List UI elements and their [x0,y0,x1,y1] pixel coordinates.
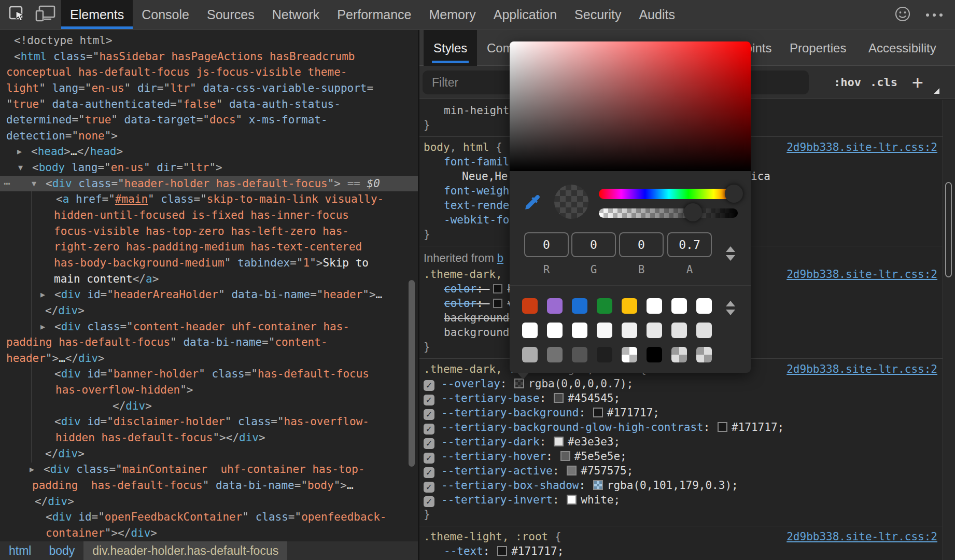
dom-tree-node[interactable]: </div> [0,446,418,462]
palette-swatch[interactable] [622,298,637,314]
tab-application[interactable]: Application [485,0,566,29]
palette-swatch[interactable] [547,323,563,338]
dom-tree-node[interactable]: light" lang="en-us" dir="ltr" data-css-v… [0,80,418,96]
expand-arrow-icon[interactable]: ▸ [40,287,45,303]
palette-swatch[interactable] [597,298,612,314]
dom-tree-node[interactable]: ▸<head>…</head> [0,144,418,160]
sidebar-tab-accessibility[interactable]: Accessibility [868,30,936,66]
dom-tree-node[interactable]: <a href="#main" class="skip-to-main-link… [0,191,418,207]
palette-swatch[interactable] [696,298,712,314]
stylesheet-link[interactable]: 2d9bb338.site-ltr.css:2 [787,529,937,544]
dom-tree-node[interactable]: padding has-default-focus" data-bi-name=… [0,334,418,351]
eyedropper-icon[interactable] [522,193,542,215]
palette-swatch[interactable] [622,323,637,338]
stylesheet-link[interactable]: 2d9bb338.site-ltr.css:2 [787,362,937,376]
palette-swatch[interactable] [696,323,712,338]
palette-swatch[interactable] [622,347,637,362]
dom-tree-node[interactable]: conceptual has-default-focus js-focus-vi… [0,64,418,80]
css-declaration[interactable]: ✓--tertiary-invert: white; [419,493,943,507]
stylesheet-link[interactable]: 2d9bb338.site-ltr.css:2 [787,140,937,155]
palette-swatch[interactable] [547,347,563,362]
collapse-arrow-icon[interactable]: ▾ [32,176,36,192]
palette-swatch[interactable] [522,347,538,362]
dom-tree-node[interactable]: </div> [0,303,418,319]
styles-scrollbar-thumb[interactable] [945,182,952,277]
palette-swatch[interactable] [671,298,687,314]
dom-tree-node[interactable]: has-body-background-medium" tabindex="1"… [0,255,418,271]
css-declaration[interactable]: ✓--overlay: rgba(0,0,0,0.7); [419,376,943,391]
sidebar-tab-properties[interactable]: Properties [790,30,846,66]
palette-swatch[interactable] [671,347,687,362]
dom-tree-node[interactable]: determined="true" data-target="docs" x-m… [0,112,418,128]
color-swatch[interactable] [560,451,570,461]
new-style-rule-button[interactable]: + [912,66,923,99]
dom-tree-node[interactable]: focus-visible has-top-zero has-left-zero… [0,223,418,240]
hue-slider[interactable] [599,189,739,199]
declaration-checkbox[interactable]: ✓ [424,453,434,464]
css-declaration[interactable]: ✓--tertiary-hover: #5e5e5e; [419,449,943,464]
tab-elements[interactable]: Elements [61,0,133,29]
collapse-arrow-icon[interactable]: ▾ [18,160,23,176]
sidebar-tab-styles[interactable]: Styles [424,30,477,66]
green-input[interactable]: 0 [571,232,616,257]
palette-swatch[interactable] [647,298,662,314]
hidden-nodes-ellipsis[interactable]: ⋯ [4,176,10,192]
blue-input[interactable]: 0 [619,232,664,257]
dom-tree-node[interactable]: has-overflow-hidden"> [0,382,418,398]
dom-tree-node[interactable]: ▸<div class="content-header uhf-containe… [0,319,418,335]
palette-spinner[interactable] [726,301,735,315]
dom-tree-node[interactable]: hidden-until-focused is-fixed has-inner-… [0,207,418,223]
expand-arrow-icon[interactable]: ▸ [17,144,22,160]
color-swatch[interactable] [514,379,524,388]
declaration-checkbox[interactable]: ✓ [424,496,434,507]
expand-arrow-icon[interactable]: ▸ [30,461,34,478]
palette-swatch[interactable] [671,323,687,338]
breadcrumb-item[interactable]: div.header-holder.has-default-focus [83,541,287,560]
css-declaration[interactable]: ✓--tertiary-active: #757575; [419,464,943,478]
css-rule-line[interactable]: } [419,507,943,522]
dom-tree-node[interactable]: </div> [0,494,418,510]
saturation-brightness-gradient[interactable] [510,41,751,171]
palette-swatch[interactable] [522,298,538,314]
more-menu-icon[interactable] [926,13,943,17]
alpha-input[interactable]: 0.7 [667,232,712,257]
dom-tree-node[interactable]: detection="none"> [0,128,418,144]
declaration-checkbox[interactable]: ✓ [424,482,434,493]
palette-swatch[interactable] [522,323,538,338]
color-swatch[interactable] [554,437,564,446]
stylesheet-link[interactable]: 2d9bb338.site-ltr.css:2 [787,267,937,282]
css-declaration[interactable]: ✓--tertiary-background-glow-high-contras… [419,420,943,435]
current-color-swatch[interactable] [554,185,588,219]
color-swatch[interactable] [593,480,603,490]
color-swatch[interactable] [493,284,502,293]
color-format-spinner[interactable] [726,246,735,261]
color-swatch[interactable] [718,422,727,432]
tab-performance[interactable]: Performance [328,0,420,29]
dom-tree-node[interactable]: <!doctype html> [0,33,418,49]
css-declaration[interactable]: ✓--tertiary-background: #171717; [419,405,943,420]
dom-tree-node[interactable]: <html class="hasSidebar hasPageActions h… [0,49,418,65]
dom-tree-node[interactable]: main content</a> [0,271,418,287]
palette-swatch[interactable] [572,323,587,338]
css-declaration[interactable]: ✓--tertiary-dark: #e3e3e3; [419,435,943,449]
tab-memory[interactable]: Memory [420,0,484,29]
declaration-checkbox[interactable]: ✓ [424,409,434,420]
red-input[interactable]: 0 [524,232,569,257]
breadcrumb-item[interactable]: body [40,541,83,560]
palette-swatch[interactable] [597,347,612,362]
declaration-checkbox[interactable]: ✓ [424,380,434,391]
declaration-checkbox[interactable]: ✓ [424,467,434,478]
inspect-icon[interactable] [7,4,26,25]
dom-tree-node[interactable]: header">…</div> [0,351,418,367]
palette-swatch[interactable] [597,323,612,338]
expand-arrow-icon[interactable]: ▸ [40,319,45,335]
css-declaration[interactable]: ✓--tertiary-base: #454545; [419,391,943,405]
palette-swatch[interactable] [572,298,587,314]
tab-security[interactable]: Security [566,0,630,29]
dom-tree-node[interactable]: <div id="disclaimer-holder" class="has-o… [0,414,418,430]
element-classes-button[interactable]: .cls [870,66,897,99]
dom-tree-node[interactable]: container"></div> [0,525,418,541]
dom-tree-node[interactable]: ▸<div class="mainContainer uhf-container… [0,461,418,478]
dom-tree-node[interactable]: right-zero has-padding-medium has-text-c… [0,239,418,255]
elements-scrollbar[interactable] [409,280,415,467]
